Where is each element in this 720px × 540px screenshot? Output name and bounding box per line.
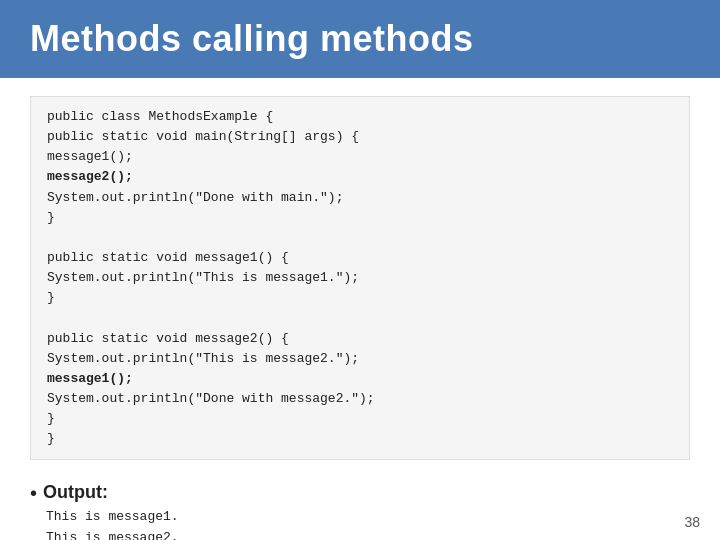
code-line bbox=[47, 228, 673, 248]
code-line: public static void message1() { bbox=[47, 248, 673, 268]
code-line: } bbox=[47, 429, 673, 449]
page-number: 38 bbox=[684, 514, 700, 530]
slide-title: Methods calling methods bbox=[30, 18, 690, 60]
code-line: } bbox=[47, 409, 673, 429]
code-line bbox=[47, 308, 673, 328]
output-title-row: • Output: bbox=[30, 482, 690, 503]
code-line: public static void main(String[] args) { bbox=[47, 127, 673, 147]
output-label: Output: bbox=[43, 482, 108, 503]
bullet-icon: • bbox=[30, 483, 37, 503]
code-line: } bbox=[47, 288, 673, 308]
output-line: This is message2. bbox=[46, 528, 690, 540]
code-line: System.out.println("Done with message2."… bbox=[47, 389, 673, 409]
slide-header: Methods calling methods bbox=[0, 0, 720, 78]
code-line: message2(); bbox=[47, 167, 673, 187]
code-line: System.out.println("This is message2."); bbox=[47, 349, 673, 369]
output-section: • Output: This is message1.This is messa… bbox=[0, 482, 720, 540]
code-section: public class MethodsExample { public sta… bbox=[0, 78, 720, 482]
code-line: message1(); bbox=[47, 147, 673, 167]
output-text: This is message1.This is message2.This i… bbox=[46, 507, 690, 540]
code-line: message1(); bbox=[47, 369, 673, 389]
code-line: System.out.println("This is message1."); bbox=[47, 268, 673, 288]
code-line: public static void message2() { bbox=[47, 329, 673, 349]
code-line: public class MethodsExample { bbox=[47, 107, 673, 127]
code-line: } bbox=[47, 208, 673, 228]
code-block: public class MethodsExample { public sta… bbox=[30, 96, 690, 460]
code-line: System.out.println("Done with main."); bbox=[47, 188, 673, 208]
output-line: This is message1. bbox=[46, 507, 690, 528]
